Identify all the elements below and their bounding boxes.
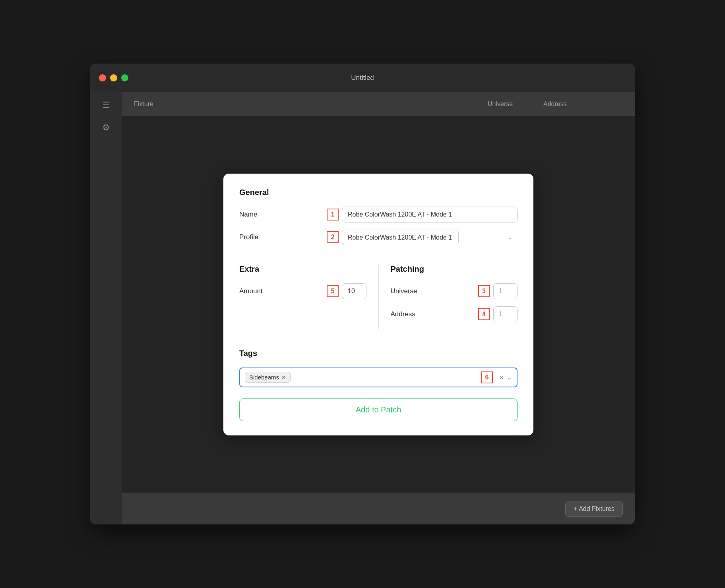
table-header: Fixture Universe Address: [122, 92, 635, 116]
amount-input-wrapper: 5: [327, 283, 366, 299]
modal-dialog: General Name 1 Profi: [223, 174, 533, 435]
profile-label: Profile: [239, 233, 327, 241]
address-label: Address: [391, 310, 478, 318]
divider-2: [239, 339, 518, 339]
amount-row: Amount 5: [239, 283, 366, 299]
general-section: General Name 1 Profi: [239, 188, 518, 245]
tag-sidebeams: Sidebeams ✕: [245, 372, 291, 383]
modal-overlay: General Name 1 Profi: [122, 116, 635, 493]
traffic-lights: [99, 74, 128, 81]
titlebar: Untitled: [90, 64, 635, 92]
address-row: Address 4: [391, 306, 518, 322]
profile-row: Profile 2 Robe ColorWash 1200E AT - Mode…: [239, 230, 518, 245]
tag-label: Sidebeams: [249, 374, 279, 381]
name-input[interactable]: [342, 207, 518, 222]
general-title: General: [239, 188, 518, 197]
add-fixtures-label: + Add Fixtures: [574, 505, 615, 513]
universe-label: Universe: [391, 287, 478, 295]
maximize-button[interactable]: [121, 74, 128, 81]
universe-input[interactable]: [493, 283, 518, 299]
main-area: Fixture Universe Address General Name: [122, 92, 635, 524]
hamburger-icon[interactable]: ☰: [102, 100, 110, 110]
profile-select-wrapper: 2 Robe ColorWash 1200E AT - Mode 1 ⌄: [327, 230, 518, 245]
universe-input-wrapper: 3: [478, 283, 518, 299]
extra-title: Extra: [239, 265, 366, 274]
badge-3: 3: [478, 285, 490, 297]
profile-select[interactable]: Robe ColorWash 1200E AT - Mode 1: [342, 230, 459, 245]
universe-row: Universe 3: [391, 283, 518, 299]
address-input-wrapper: 4: [478, 306, 518, 322]
extra-section: Extra Amount 5: [239, 265, 378, 329]
col-universe-header: Universe: [488, 101, 543, 108]
bottom-bar: + Add Fixtures: [122, 493, 635, 524]
sidebar: ☰ ⚙: [90, 92, 122, 524]
add-fixtures-button[interactable]: + Add Fixtures: [565, 501, 623, 517]
window-body: ☰ ⚙ Fixture Universe Address General: [90, 92, 635, 524]
badge-1: 1: [327, 209, 339, 220]
tags-title: Tags: [239, 349, 518, 358]
col-address-header: Address: [543, 101, 599, 108]
name-label: Name: [239, 211, 327, 219]
tags-chevron-icon[interactable]: ⌄: [507, 374, 512, 381]
profile-select-container: Robe ColorWash 1200E AT - Mode 1 ⌄: [342, 230, 518, 245]
chevron-down-icon: ⌄: [508, 234, 513, 240]
name-input-wrapper: 1: [327, 207, 518, 222]
tag-remove-icon[interactable]: ✕: [281, 374, 286, 381]
table-content: General Name 1 Profi: [122, 116, 635, 493]
badge-6: 6: [481, 371, 493, 383]
settings-icon[interactable]: ⚙: [102, 122, 110, 133]
two-col-section: Extra Amount 5: [239, 265, 518, 329]
tags-section: Tags Sidebeams ✕ 6 ✕ ⌄: [239, 349, 518, 387]
amount-input[interactable]: [342, 283, 366, 299]
address-input[interactable]: [493, 306, 518, 322]
tags-clear-icon[interactable]: ✕: [499, 374, 504, 381]
badge-2: 2: [327, 231, 339, 243]
minimize-button[interactable]: [110, 74, 117, 81]
close-button[interactable]: [99, 74, 106, 81]
divider-1: [239, 255, 518, 255]
add-to-patch-button[interactable]: Add to Patch: [239, 398, 518, 421]
window-title: Untitled: [351, 74, 374, 82]
mac-window: Untitled ☰ ⚙ Fixture Universe Address: [90, 64, 635, 524]
amount-label: Amount: [239, 287, 327, 295]
badge-5: 5: [327, 285, 339, 297]
tags-input-wrapper[interactable]: Sidebeams ✕ 6 ✕ ⌄: [239, 368, 518, 387]
patching-section: Patching Universe 3: [378, 265, 518, 329]
col-fixture-header: Fixture: [134, 101, 488, 108]
patching-title: Patching: [391, 265, 518, 274]
name-row: Name 1: [239, 207, 518, 222]
badge-4: 4: [478, 308, 490, 320]
